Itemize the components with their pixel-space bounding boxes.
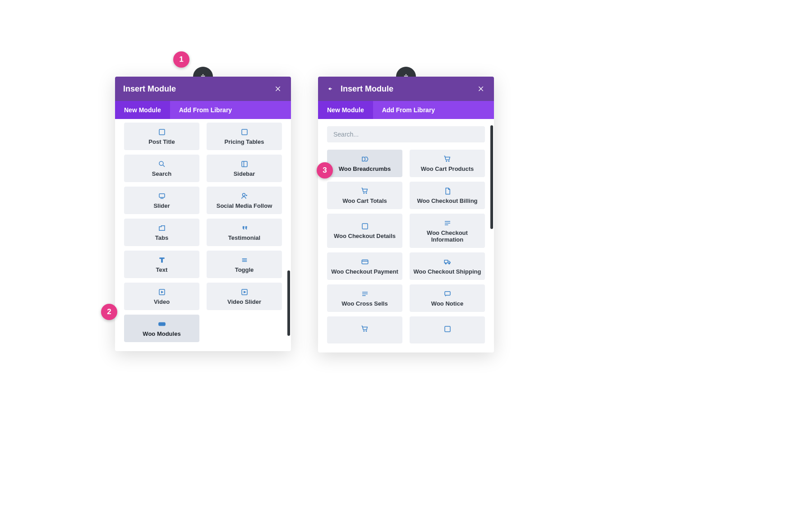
tabs-icon xyxy=(158,224,166,232)
module-label: Woo Checkout Information xyxy=(413,230,481,243)
annotation-2: 2 xyxy=(101,304,117,320)
module-label: Post Title xyxy=(148,139,175,146)
module-label: Social Media Follow xyxy=(217,203,272,210)
module-item[interactable]: Woo Cart Products xyxy=(410,150,485,177)
module-item[interactable]: Text xyxy=(124,251,199,278)
panel-header: Insert Module xyxy=(115,77,291,101)
scrollbar-thumb[interactable] xyxy=(287,270,290,336)
video-slider-icon xyxy=(240,288,249,296)
module-label: Woo Cart Totals xyxy=(342,198,387,205)
module-item[interactable]: Woo Breadcrumbs xyxy=(327,150,402,177)
close-icon[interactable] xyxy=(477,84,486,93)
module-label: Woo Checkout Details xyxy=(334,233,396,240)
breadcrumbs-icon xyxy=(361,155,369,163)
notice-icon xyxy=(443,290,452,298)
panel-header: Insert Module xyxy=(318,77,494,101)
module-item[interactable]: Woo Checkout Billing xyxy=(410,182,485,209)
module-label: Sidebar xyxy=(234,171,255,178)
module-label: Woo Notice xyxy=(431,301,463,307)
sidebar-icon xyxy=(240,160,249,168)
tab-add-from-library[interactable]: Add From Library xyxy=(373,101,444,119)
module-item[interactable]: Woo Modules xyxy=(124,315,199,342)
search-icon xyxy=(158,160,166,168)
tab-new-module[interactable]: New Module xyxy=(318,101,373,119)
module-label: Woo Checkout Billing xyxy=(417,198,477,205)
video-icon xyxy=(158,288,166,296)
module-label: Search xyxy=(152,171,171,178)
module-item[interactable]: Post Title xyxy=(124,123,199,150)
post-title-icon xyxy=(158,128,166,136)
module-label: Video xyxy=(154,299,170,306)
insert-module-panel-left: Insert Module New Module Add From Librar… xyxy=(115,77,291,351)
module-label: Woo Modules xyxy=(143,331,180,338)
module-label: Woo Cross Sells xyxy=(341,301,388,307)
shipping-icon xyxy=(443,258,452,266)
module-label: Text xyxy=(156,267,168,274)
annotation-3: 3 xyxy=(317,162,333,178)
woo-icon xyxy=(158,320,166,328)
tabs: New Module Add From Library xyxy=(318,101,494,119)
module-item[interactable]: Woo Cross Sells xyxy=(327,284,402,312)
social-icon xyxy=(240,192,249,200)
annotation-1: 1 xyxy=(173,51,189,68)
module-item[interactable]: Slider xyxy=(124,187,199,214)
cart-add-icon xyxy=(361,325,369,333)
module-item[interactable]: Woo Checkout Payment xyxy=(327,252,402,280)
panel-title: Insert Module xyxy=(341,84,393,94)
module-item[interactable]: Toggle xyxy=(207,251,282,278)
details-icon xyxy=(361,222,369,230)
module-label: Woo Checkout Shipping xyxy=(414,269,481,275)
info-icon xyxy=(443,219,452,227)
module-item[interactable]: Video xyxy=(124,283,199,310)
search-input[interactable] xyxy=(327,126,485,142)
search-row xyxy=(318,119,494,146)
module-item[interactable]: Woo Checkout Information xyxy=(410,214,485,248)
module-item[interactable]: Woo Notice xyxy=(410,284,485,312)
module-grid: Post TitlePricing TablesSearchSidebarSli… xyxy=(115,119,291,351)
cart-total-icon xyxy=(361,187,369,195)
module-item[interactable]: Social Media Follow xyxy=(207,187,282,214)
module-item[interactable]: Testimonial xyxy=(207,219,282,246)
module-item[interactable]: Video Slider xyxy=(207,283,282,310)
quote-icon xyxy=(240,224,249,232)
module-label: Tabs xyxy=(155,235,168,242)
module-item[interactable]: Search xyxy=(124,155,199,182)
module-label: Testimonial xyxy=(228,235,260,242)
scrollbar-thumb[interactable] xyxy=(490,125,493,229)
toggle-icon xyxy=(240,256,249,264)
module-item[interactable]: Woo Checkout Details xyxy=(327,214,402,248)
module-item[interactable]: Woo Cart Totals xyxy=(327,182,402,209)
module-item[interactable] xyxy=(410,316,485,343)
pricing-icon xyxy=(240,128,249,136)
module-label: Woo Checkout Payment xyxy=(331,269,398,275)
module-label: Pricing Tables xyxy=(225,139,264,146)
module-item[interactable]: Tabs xyxy=(124,219,199,246)
payment-icon xyxy=(361,258,369,266)
module-item[interactable]: Sidebar xyxy=(207,155,282,182)
module-label: Slider xyxy=(153,203,170,210)
product-icon xyxy=(443,325,452,333)
module-label: Video Slider xyxy=(227,299,261,306)
cart-icon xyxy=(443,155,452,163)
module-item[interactable]: Pricing Tables xyxy=(207,123,282,150)
slider-icon xyxy=(158,192,166,200)
insert-module-panel-right: Insert Module New Module Add From Librar… xyxy=(318,77,494,352)
module-label: Woo Breadcrumbs xyxy=(339,166,391,173)
module-label: Woo Cart Products xyxy=(421,166,474,173)
text-icon xyxy=(158,256,166,264)
module-item[interactable] xyxy=(327,316,402,343)
module-label: Toggle xyxy=(235,267,254,274)
cross-sells-icon xyxy=(361,290,369,298)
billing-icon xyxy=(443,187,452,195)
tab-new-module[interactable]: New Module xyxy=(115,101,170,119)
close-icon[interactable] xyxy=(274,84,283,93)
back-icon[interactable] xyxy=(326,84,335,93)
panel-title: Insert Module xyxy=(123,84,176,94)
module-item[interactable]: Woo Checkout Shipping xyxy=(410,252,485,280)
tabs: New Module Add From Library xyxy=(115,101,291,119)
tab-add-from-library[interactable]: Add From Library xyxy=(170,101,241,119)
module-grid: Woo BreadcrumbsWoo Cart ProductsWoo Cart… xyxy=(318,146,494,352)
